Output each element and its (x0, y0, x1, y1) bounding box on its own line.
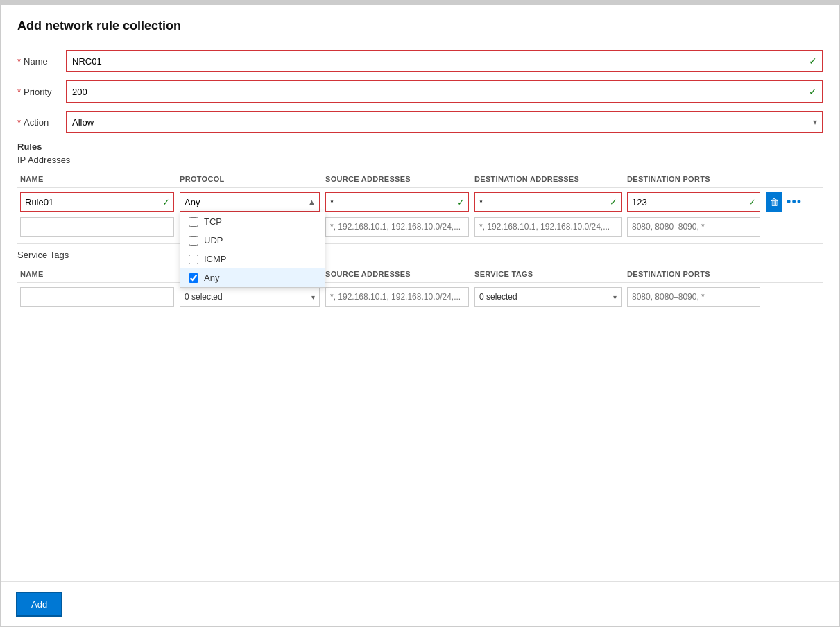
ip-header-actions (763, 173, 805, 184)
name-input[interactable] (66, 50, 823, 72)
ip-header-destination: DESTINATION ADDRESSES (472, 173, 624, 184)
name-field-wrapper: ✓ (66, 50, 823, 72)
st-tags-value: 0 selected (479, 292, 517, 302)
ip-name-check-icon: ✓ (162, 197, 170, 207)
ip-dest-input[interactable] (474, 192, 622, 212)
st-header-tags: SERVICE TAGS (472, 268, 624, 280)
protocol-dropdown-container: ▲ TCP UDP (180, 192, 320, 212)
service-tags-placeholder-row: 0 selected ▾ 0 selected ▾ (17, 286, 823, 308)
footer: Add (1, 581, 839, 626)
ip-dest-check-icon: ✓ (610, 197, 617, 207)
ip-source-input[interactable] (325, 192, 469, 212)
st-tags-dropdown: 0 selected ▾ (474, 287, 622, 307)
ip-addresses-section-title: IP Addresses (17, 155, 823, 165)
priority-label: * Priority (17, 87, 66, 97)
delete-icon: 🗑 (770, 197, 779, 207)
st-protocol-select[interactable]: 0 selected ▾ (180, 287, 320, 307)
protocol-option-tcp[interactable]: TCP (180, 212, 325, 231)
ip-header-ports: DESTINATION PORTS (624, 173, 763, 184)
ip-dest-cell: ✓ (472, 191, 624, 213)
add-button[interactable]: Add (17, 593, 61, 615)
row-actions: 🗑 ••• (766, 192, 802, 212)
rules-section: Rules IP Addresses NAME PROTOCOL SOURCE … (17, 141, 823, 308)
service-tags-header: NAME PROTOCOL SOURCE ADDRESSES SERVICE T… (17, 266, 823, 283)
priority-check-icon: ✓ (809, 86, 817, 97)
ip-actions-cell: 🗑 ••• (763, 191, 805, 213)
ip-name-input[interactable] (20, 192, 174, 212)
ip-placeholder-name-input[interactable] (20, 217, 174, 237)
rules-section-title: Rules (17, 141, 823, 152)
more-options-button[interactable]: ••• (787, 195, 802, 209)
st-source-input[interactable] (325, 287, 469, 307)
ip-placeholder-dest-input[interactable] (474, 217, 622, 237)
st-header-ports: DESTINATION PORTS (624, 268, 763, 280)
st-tags-cell: 0 selected ▾ (472, 286, 624, 308)
name-row: * Name ✓ (17, 50, 823, 72)
name-label: * Name (17, 56, 66, 67)
ip-header-name: NAME (17, 173, 177, 184)
ip-protocol-cell: ▲ TCP UDP (177, 191, 323, 213)
ip-ports-check-icon: ✓ (748, 197, 756, 207)
section-divider (17, 243, 823, 244)
st-protocol-dropdown: 0 selected ▾ (180, 287, 320, 307)
ip-table-row: ✓ ▲ TCP (17, 191, 823, 213)
ip-ports-cell: ✓ (624, 191, 763, 213)
action-select[interactable]: Allow Deny (66, 111, 823, 133)
action-row: * Action Allow Deny ▾ (17, 111, 823, 133)
ip-source-input-wrapper: ✓ (325, 192, 469, 212)
st-name-cell (17, 286, 177, 308)
ip-placeholder-actions-cell (763, 225, 805, 228)
ip-source-cell: ✓ (323, 191, 472, 213)
ip-placeholder-source-cell (323, 216, 472, 238)
ip-name-input-wrapper: ✓ (20, 192, 174, 212)
service-tags-section-title: Service Tags (17, 250, 823, 260)
ip-header-source: SOURCE ADDRESSES (323, 173, 472, 184)
tcp-checkbox[interactable] (189, 217, 198, 227)
protocol-option-icmp[interactable]: ICMP (180, 250, 325, 268)
name-required-star: * (17, 56, 21, 67)
action-field-wrapper: Allow Deny ▾ (66, 111, 823, 133)
ip-ports-input-wrapper: ✓ (627, 192, 760, 212)
ip-placeholder-row (17, 216, 823, 238)
priority-field-wrapper: ✓ (66, 80, 823, 103)
protocol-option-any[interactable]: Any (180, 268, 325, 287)
st-name-input[interactable] (20, 287, 174, 307)
action-required-star: * (17, 117, 21, 128)
st-source-cell (323, 286, 472, 308)
icmp-checkbox[interactable] (189, 255, 198, 264)
protocol-dropdown-menu: TCP UDP ICMP (180, 212, 325, 288)
ip-dest-input-wrapper: ✓ (474, 192, 622, 212)
udp-checkbox[interactable] (189, 236, 198, 246)
st-protocol-chevron-icon: ▾ (311, 293, 315, 301)
ip-header-protocol: PROTOCOL (177, 173, 323, 184)
priority-required-star: * (17, 87, 21, 97)
ip-name-cell: ✓ (17, 191, 177, 213)
name-check-icon: ✓ (809, 55, 817, 67)
st-header-source: SOURCE ADDRESSES (323, 268, 472, 280)
protocol-option-udp[interactable]: UDP (180, 231, 325, 250)
st-protocol-value: 0 selected (185, 292, 223, 302)
protocol-input[interactable] (180, 192, 320, 212)
any-checkbox[interactable] (189, 273, 198, 283)
action-label: * Action (17, 117, 66, 128)
st-protocol-cell: 0 selected ▾ (177, 286, 323, 308)
priority-row: * Priority ✓ (17, 80, 823, 103)
ip-source-check-icon: ✓ (457, 197, 465, 207)
st-tags-chevron-icon: ▾ (613, 293, 617, 301)
ip-table-header: NAME PROTOCOL SOURCE ADDRESSES DESTINATI… (17, 171, 823, 188)
delete-row-button[interactable]: 🗑 (766, 192, 782, 212)
priority-input[interactable] (66, 80, 823, 103)
st-ports-input[interactable] (627, 287, 760, 307)
ip-placeholder-dest-cell (472, 216, 624, 238)
ip-placeholder-source-input[interactable] (325, 217, 469, 237)
ip-ports-input[interactable] (627, 192, 760, 212)
ip-placeholder-name-cell (17, 216, 177, 238)
st-ports-cell (624, 286, 763, 308)
ip-placeholder-ports-cell (624, 216, 763, 238)
st-header-name: NAME (17, 268, 177, 280)
ip-placeholder-ports-input[interactable] (627, 217, 760, 237)
st-tags-select[interactable]: 0 selected ▾ (474, 287, 622, 307)
page-title: Add network rule collection (17, 19, 823, 33)
